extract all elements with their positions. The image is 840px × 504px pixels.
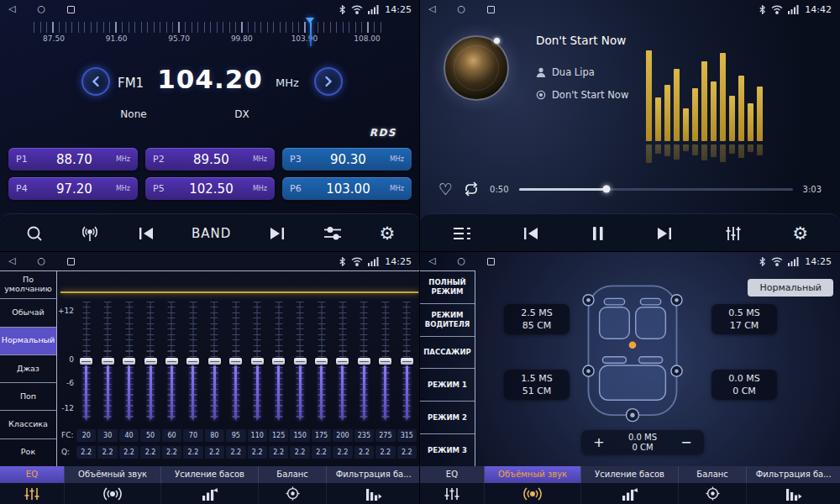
eq-band-slider[interactable] xyxy=(311,302,332,421)
eq-preset-item[interactable]: Нормальный xyxy=(0,328,56,355)
tab-surround-sound[interactable]: Объёмный звук xyxy=(485,466,581,504)
radio-preset-p6[interactable]: P6103.00MHz xyxy=(282,177,412,200)
eq-band-slider[interactable] xyxy=(97,302,118,421)
seek-up-button[interactable] xyxy=(314,67,343,96)
tab-surround-sound[interactable]: Объёмный звук xyxy=(65,466,161,504)
eq-band-slider[interactable] xyxy=(204,302,225,421)
surround-mode-item[interactable]: РЕЖИМ 3 xyxy=(420,434,475,466)
slider-knob[interactable] xyxy=(229,358,242,365)
radio-preset-p2[interactable]: P289.50MHz xyxy=(145,148,275,171)
radio-preset-p4[interactable]: P497.20MHz xyxy=(8,177,138,200)
surround-mode-item[interactable]: РЕЖИМ 2 xyxy=(420,402,475,434)
tab-filter[interactable]: Фильтрация ба... xyxy=(327,466,420,504)
surround-mode-item[interactable]: ПОЛНЫЙ РЕЖИМ xyxy=(420,271,475,304)
stations-button[interactable] xyxy=(80,224,100,243)
tab-eq[interactable]: EQ xyxy=(420,466,485,504)
eq-preset-item[interactable]: Джаз xyxy=(0,355,56,383)
eq-band-slider[interactable] xyxy=(332,302,353,421)
equalizer-button[interactable] xyxy=(323,225,343,242)
band-button[interactable]: BAND xyxy=(192,226,231,241)
recents-icon[interactable] xyxy=(67,6,75,13)
eq-preset-item[interactable]: Классика xyxy=(0,411,56,438)
back-icon[interactable]: ◁ xyxy=(428,252,435,270)
slider-knob[interactable] xyxy=(165,358,178,365)
pause-button[interactable] xyxy=(591,225,606,242)
recents-icon[interactable] xyxy=(487,258,495,265)
settings-button[interactable]: ⚙ xyxy=(792,224,808,242)
frequency-ruler[interactable] xyxy=(34,22,386,33)
progress-bar[interactable] xyxy=(519,188,793,191)
slider-knob[interactable] xyxy=(336,358,349,365)
recents-icon[interactable] xyxy=(67,258,75,265)
eq-band-slider[interactable] xyxy=(247,302,268,421)
slider-knob[interactable] xyxy=(144,358,157,365)
slider-knob[interactable] xyxy=(294,358,307,365)
surround-mode-item[interactable]: РЕЖИМ ВОДИТЕЛЯ xyxy=(420,304,475,337)
slider-knob[interactable] xyxy=(272,358,285,365)
radio-preset-p1[interactable]: P188.70MHz xyxy=(8,148,138,171)
next-station-button[interactable] xyxy=(268,226,286,241)
home-icon[interactable]: ○ xyxy=(37,0,45,18)
eq-band-slider[interactable] xyxy=(161,302,182,421)
slider-knob[interactable] xyxy=(358,358,370,365)
surround-mode-item[interactable]: РЕЖИМ 1 xyxy=(420,369,475,402)
slider-knob[interactable] xyxy=(80,358,92,365)
front-right-delay[interactable]: 0.5 MS 17 CM xyxy=(711,304,777,334)
repeat-icon[interactable] xyxy=(463,181,480,197)
tab-eq[interactable]: EQ xyxy=(0,466,65,504)
home-icon[interactable]: ○ xyxy=(37,252,45,270)
tab-filter[interactable]: Фильтрация ба... xyxy=(747,466,840,504)
sound-profile-button[interactable]: Нормальный xyxy=(748,279,833,297)
album-art[interactable] xyxy=(444,35,509,101)
decrease-delay-button[interactable]: − xyxy=(677,436,696,449)
settings-button[interactable]: ⚙ xyxy=(379,224,395,242)
back-icon[interactable]: ◁ xyxy=(8,0,15,18)
rear-left-delay[interactable]: 1.5 MS 51 CM xyxy=(504,370,570,400)
prev-station-button[interactable] xyxy=(137,226,155,241)
slider-knob[interactable] xyxy=(123,358,135,365)
eq-band-slider[interactable] xyxy=(268,302,289,421)
favorite-icon[interactable]: ♡ xyxy=(438,181,453,197)
radio-preset-p3[interactable]: P390.30MHz xyxy=(282,148,412,171)
slider-knob[interactable] xyxy=(401,358,413,365)
radio-preset-p5[interactable]: P5102.50MHz xyxy=(145,177,275,200)
recents-icon[interactable] xyxy=(487,6,495,13)
eq-preset-item[interactable]: Поп xyxy=(0,383,56,411)
slider-knob[interactable] xyxy=(102,358,114,365)
surround-mode-item[interactable]: ПАССАЖИР xyxy=(420,337,475,370)
playlist-button[interactable] xyxy=(452,226,472,241)
eq-preset-item[interactable]: Рок xyxy=(0,439,56,466)
scan-button[interactable] xyxy=(25,224,44,243)
rear-right-delay[interactable]: 0.0 MS 0 CM xyxy=(711,370,777,400)
dx-indicator[interactable]: DX xyxy=(228,108,255,120)
tab-bass-boost[interactable]: Усиление басов xyxy=(161,466,258,504)
front-left-delay[interactable]: 2.5 MS 85 CM xyxy=(504,304,570,334)
previous-track-button[interactable] xyxy=(522,226,540,241)
eq-band-slider[interactable] xyxy=(396,302,417,421)
eq-preset-item[interactable]: По умолчанию xyxy=(0,271,56,299)
eq-band-slider[interactable] xyxy=(354,302,375,421)
eq-band-slider[interactable] xyxy=(225,302,246,421)
equalizer-button[interactable] xyxy=(724,225,743,242)
increase-delay-button[interactable]: + xyxy=(590,436,608,449)
home-icon[interactable]: ○ xyxy=(457,252,465,270)
tab-balance[interactable]: Баланс xyxy=(259,466,328,504)
progress-knob[interactable] xyxy=(602,186,610,193)
eq-preset-item[interactable]: Обычай xyxy=(0,299,56,327)
eq-band-slider[interactable] xyxy=(139,302,160,421)
slider-knob[interactable] xyxy=(379,358,391,365)
slider-knob[interactable] xyxy=(208,358,221,365)
slider-knob[interactable] xyxy=(186,358,199,365)
eq-band-slider[interactable] xyxy=(76,302,97,421)
next-track-button[interactable] xyxy=(655,226,674,241)
tab-balance[interactable]: Баланс xyxy=(679,466,748,504)
back-icon[interactable]: ◁ xyxy=(8,252,15,270)
eq-band-slider[interactable] xyxy=(182,302,203,421)
home-icon[interactable]: ○ xyxy=(457,0,465,18)
eq-band-slider[interactable] xyxy=(118,302,139,421)
slider-knob[interactable] xyxy=(251,358,264,365)
eq-band-slider[interactable] xyxy=(289,302,310,421)
eq-band-slider[interactable] xyxy=(375,302,396,421)
back-icon[interactable]: ◁ xyxy=(428,0,435,18)
tab-bass-boost[interactable]: Усиление басов xyxy=(581,466,678,504)
